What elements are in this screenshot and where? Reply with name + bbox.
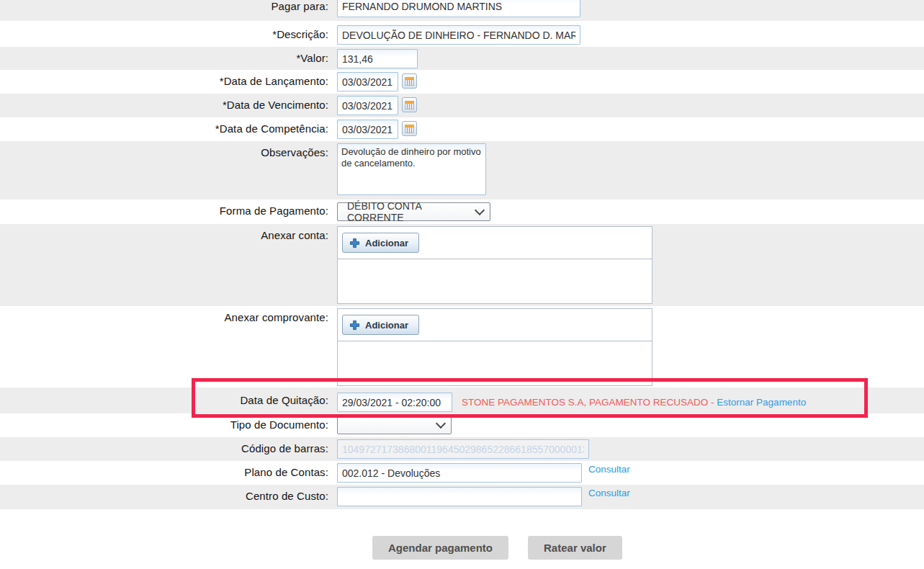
codigo-barras-input [337,439,589,459]
codigo-barras-label: Código de barras: [0,437,333,461]
row-observacoes: Observações: Devolução de dinheiro por m… [0,141,924,200]
row-data-competencia: *Data de Competência: [0,117,924,141]
row-centro-custo: Centro de Custo: Consultar [0,485,924,509]
chevron-down-icon [436,418,446,429]
anexar-conta-add-button[interactable]: Adicionar [342,233,419,253]
data-lancamento-calendar-button[interactable] [402,73,417,89]
data-vencimento-calendar-button[interactable] [402,97,417,112]
plus-icon [349,320,360,331]
data-quitacao-label: Data de Quitação: [0,387,333,413]
centro-custo-input[interactable] [337,487,582,506]
row-tipo-documento: Tipo de Documento: [0,413,924,437]
chevron-down-icon [475,205,485,215]
row-forma-pagamento: Forma de Pagamento: DÉBITO CONTA CORRENT… [0,200,924,224]
anexar-conta-box: Adicionar [337,226,652,304]
form-actions: Agendar pagamento Ratear valor [0,509,924,560]
row-anexar-conta: Anexar conta: Adicionar [0,224,924,306]
anexar-comprovante-add-label: Adicionar [365,320,408,331]
descricao-input[interactable] [337,25,580,45]
forma-pagamento-selected: DÉBITO CONTA CORRENTE [347,200,476,223]
centro-custo-consultar-link[interactable]: Consultar [588,488,630,498]
data-competencia-label: *Data de Competência: [0,117,333,141]
row-anexar-comprovante: Anexar comprovante: Adicionar [0,306,924,387]
plano-contas-input[interactable] [337,463,582,483]
anexar-conta-add-label: Adicionar [365,238,408,248]
row-data-quitacao: Data de Quitação: STONE PAGAMENTOS S.A, … [0,387,924,413]
row-plano-contas: Plano de Contas: Consultar [0,461,924,485]
anexar-comprovante-add-button[interactable]: Adicionar [342,315,419,335]
plano-contas-label: Plano de Contas: [0,461,333,485]
row-descricao: *Descrição: [0,21,924,47]
data-lancamento-input[interactable] [337,72,398,91]
data-quitacao-input[interactable] [337,393,452,412]
descricao-label: *Descrição: [0,21,333,47]
payment-status-text: STONE PAGAMENTOS S.A, PAGAMENTO RECUSADO [462,397,708,408]
valor-input[interactable] [337,49,418,68]
agendar-pagamento-button[interactable]: Agendar pagamento [372,536,508,560]
plano-contas-consultar-link[interactable]: Consultar [588,464,630,475]
forma-pagamento-select[interactable]: DÉBITO CONTA CORRENTE [337,202,490,221]
anexar-comprovante-file-list [338,341,652,385]
calendar-icon [405,125,414,133]
anexar-comprovante-label: Anexar comprovante: [0,306,333,387]
data-lancamento-label: *Data de Lançamento: [0,70,333,94]
data-competencia-input[interactable] [337,120,398,139]
ratear-valor-button[interactable]: Ratear valor [528,536,622,560]
calendar-icon [405,101,414,109]
centro-custo-label: Centro de Custo: [0,485,333,509]
tipo-documento-label: Tipo de Documento: [0,413,333,437]
data-vencimento-label: *Data de Vencimento: [0,94,333,117]
row-pagar-para: Pagar para: [0,0,924,21]
row-data-lancamento: *Data de Lançamento: [0,70,924,94]
anexar-conta-file-list [338,259,652,303]
payment-form: Pagar para: *Descrição: *Valor: *Data de… [0,0,924,560]
pagar-para-label: Pagar para: [0,0,333,21]
estornar-pagamento-link[interactable]: Estornar Pagamento [717,397,806,408]
tipo-documento-select[interactable] [337,416,452,434]
calendar-icon [405,77,414,86]
forma-pagamento-label: Forma de Pagamento: [0,200,333,224]
data-competencia-calendar-button[interactable] [402,121,417,136]
row-valor: *Valor: [0,47,924,70]
valor-label: *Valor: [0,47,333,70]
pagar-para-input[interactable] [337,0,580,17]
anexar-comprovante-box: Adicionar [337,308,652,386]
plus-icon [349,238,360,248]
observacoes-label: Observações: [0,141,333,200]
data-vencimento-input[interactable] [337,96,398,115]
row-codigo-barras: Código de barras: [0,437,924,461]
status-separator: - [708,397,717,408]
anexar-conta-label: Anexar conta: [0,224,333,306]
observacoes-textarea[interactable]: Devolução de dinheiro por motivo de canc… [337,143,486,195]
row-data-vencimento: *Data de Vencimento: [0,94,924,117]
